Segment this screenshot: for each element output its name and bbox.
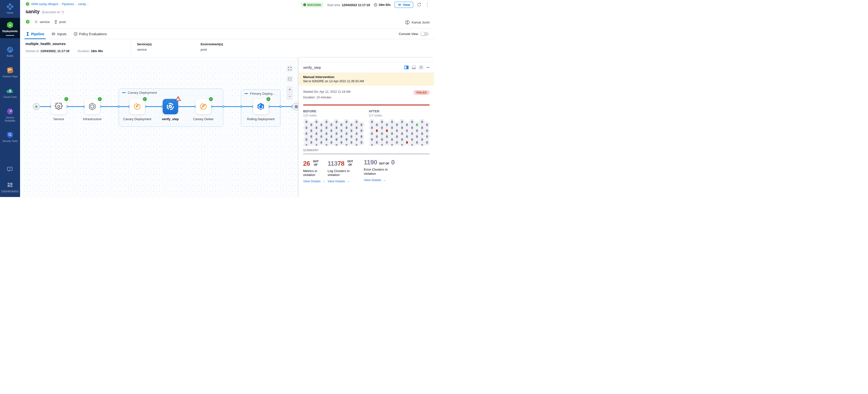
panel-top-spacer xyxy=(299,58,434,62)
sidebar-item-service-reliability[interactable]: Service Reliability xyxy=(0,108,20,122)
node-verify-step[interactable] xyxy=(163,99,178,114)
node-status-pill xyxy=(356,144,358,146)
node-status-pill xyxy=(426,141,428,144)
tab-inputs[interactable]: Inputs xyxy=(52,29,66,39)
more-options-icon[interactable]: ⋮ xyxy=(425,3,430,7)
environment-tag[interactable]: prod xyxy=(54,20,66,24)
service-tag[interactable]: service xyxy=(34,20,50,24)
refresh-icon[interactable] xyxy=(417,3,421,7)
start-time-label: Start time xyxy=(327,3,340,7)
hexagon-node xyxy=(409,131,415,136)
breadcrumb-pipeline[interactable]: sanity xyxy=(78,2,86,6)
node-status-pill xyxy=(361,135,362,138)
success-check-icon: ✓ xyxy=(143,97,147,101)
breadcrumb-project[interactable]: SRM-sanity-4thapril xyxy=(31,2,58,6)
hexagon-node xyxy=(389,125,395,130)
svg-text:∞: ∞ xyxy=(27,21,28,23)
hexagon-node xyxy=(323,131,330,136)
hexagon-node xyxy=(404,134,410,139)
sidebar-item-label: Home xyxy=(6,11,14,15)
user-chip[interactable]: Kamal Joshi xyxy=(405,20,430,25)
builds-icon xyxy=(6,46,14,53)
step-details-panel: verify_step Manual Intervention Set to I… xyxy=(299,58,434,197)
node-status-pill xyxy=(406,141,408,144)
environment-link[interactable]: prod xyxy=(200,48,223,51)
minimize-icon[interactable] xyxy=(426,67,430,68)
connector-dot xyxy=(240,105,242,108)
node-canary-deployment[interactable]: ✓ xyxy=(130,99,145,114)
hexagon-node xyxy=(313,119,319,125)
console-view-toggle[interactable] xyxy=(420,32,429,36)
hexagon-node xyxy=(359,122,365,127)
arrow-right-icon: → xyxy=(346,179,350,183)
node-status-pill xyxy=(356,138,358,141)
view-button[interactable]: View xyxy=(395,2,413,8)
node-status-pill xyxy=(326,126,327,129)
node-label: Canary Deployment xyxy=(121,117,153,121)
services-label: Service(s) xyxy=(137,42,152,46)
tab-policy-evaluations[interactable]: Policy Evaluations xyxy=(74,29,107,39)
svg-text:$: $ xyxy=(9,89,11,93)
node-status-pill xyxy=(326,144,327,146)
fit-to-screen-button[interactable] xyxy=(287,66,293,72)
sidebar-item-dashboards[interactable]: DASHBOARDS xyxy=(0,182,20,193)
node-infrastructure[interactable]: ✓ xyxy=(85,99,100,114)
node-status-pill xyxy=(316,126,317,129)
summary-card-label: Metrics in violation xyxy=(303,169,328,177)
service-link[interactable]: service xyxy=(137,48,152,51)
node-status-pill xyxy=(320,129,322,132)
hexagon-node xyxy=(424,134,430,139)
sidebar-item-deployments[interactable]: ∞ Deployments xyxy=(0,18,20,38)
tab-pipeline[interactable]: Pipeline xyxy=(26,29,44,39)
layout-floating-icon[interactable] xyxy=(419,66,423,69)
hexagon-node xyxy=(308,122,315,127)
sidebar-item-feature-flags[interactable]: Feature Flags xyxy=(0,66,20,78)
connector-dot xyxy=(222,105,224,108)
clock-icon xyxy=(374,3,377,7)
before-label: BEFORE xyxy=(303,110,364,113)
inputs-icon xyxy=(52,32,56,36)
node-status-pill xyxy=(386,129,388,132)
sidebar-item-label: Builds xyxy=(6,55,14,58)
node-status-pill xyxy=(361,129,362,132)
after-label: AFTER xyxy=(369,110,430,113)
node-service[interactable]: ✓ xyxy=(51,99,66,114)
hexagon-node xyxy=(353,119,360,125)
hexagon-node xyxy=(409,137,415,142)
zoom-out-button[interactable]: − xyxy=(289,94,291,98)
hexagon-node xyxy=(414,134,420,139)
canary-delete-icon xyxy=(199,102,207,110)
sidebar-item-security-tests[interactable]: Security Tests xyxy=(0,131,20,143)
node-status-pill xyxy=(406,129,408,132)
before-node-grid[interactable] xyxy=(303,119,364,146)
hexagon-node xyxy=(353,125,360,130)
shield-check-icon xyxy=(74,32,77,36)
sidebar-item-help[interactable]: ? xyxy=(0,166,20,173)
pipeline-start-node[interactable] xyxy=(33,103,40,110)
view-details-link[interactable]: View Details → xyxy=(364,178,430,182)
sidebar-item-home[interactable]: Home xyxy=(0,3,20,15)
zoom-in-button[interactable]: + xyxy=(289,88,291,92)
verify-started-on: Started On: Apr 12, 2022 11:18 AM xyxy=(303,89,350,95)
success-check-icon xyxy=(303,3,306,6)
sidebar-item-builds[interactable]: Builds xyxy=(0,46,20,58)
app-window: Home ∞ Deployments Builds Feature Flags … xyxy=(0,0,434,197)
view-details-link[interactable]: View Details → xyxy=(303,179,328,183)
layout-bottom-icon[interactable] xyxy=(412,66,416,69)
out-of-label: OUT OF xyxy=(311,159,320,166)
sidebar-item-cloud-costs[interactable]: $ Cloud Costs xyxy=(0,87,20,99)
after-node-grid[interactable] xyxy=(369,119,430,146)
node-canary-delete[interactable]: ✓ xyxy=(196,99,211,114)
marquee-select-button[interactable] xyxy=(287,76,293,82)
node-rolling-deployment[interactable]: ✓ xyxy=(253,99,269,114)
node-status-pill xyxy=(336,144,337,146)
view-details-link[interactable]: View Details → xyxy=(328,179,364,183)
tab-bar: Pipeline Inputs Policy Evaluations Conso… xyxy=(20,29,434,39)
hexagon-node xyxy=(389,131,395,136)
active-underline xyxy=(6,35,14,36)
node-label: Service xyxy=(43,117,74,121)
node-status-pill xyxy=(421,144,423,146)
infrastructure-icon xyxy=(89,102,96,110)
layout-right-icon[interactable] xyxy=(404,66,408,69)
breadcrumb-pipelines[interactable]: Pipelines xyxy=(62,2,74,6)
